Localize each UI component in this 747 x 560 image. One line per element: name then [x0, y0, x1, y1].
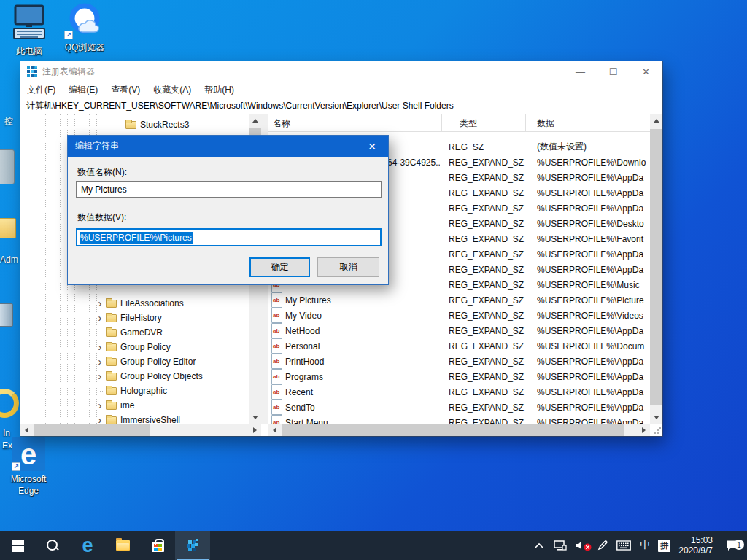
value-name-input[interactable]: My Pictures	[76, 181, 382, 198]
string-value-icon	[271, 415, 282, 424]
address-bar[interactable]: 计算机\HKEY_CURRENT_USER\SOFTWARE\Microsoft…	[20, 98, 662, 114]
this-pc-label: 此电脑	[7, 45, 51, 58]
expand-chevron-icon[interactable]: ›	[96, 299, 104, 308]
network-icon[interactable]	[552, 540, 568, 551]
value-data-input[interactable]: %USERPROFILE%\Pictures	[76, 228, 382, 246]
tree-item[interactable]: › Group Policy Editor	[20, 355, 196, 368]
desktop-icon-control-panel-label[interactable]: 控	[4, 115, 13, 128]
column-header-type[interactable]: 类型	[442, 114, 526, 132]
dialog-close-button[interactable]: ✕	[356, 136, 388, 157]
list-row[interactable]: Start MenuREG_EXPAND_SZ%USERPROFILE%\App…	[268, 415, 650, 424]
scroll-left-arrow[interactable]	[20, 424, 33, 436]
qq-browser-icon: ↗	[64, 0, 105, 39]
system-tray: 中 拼 15:03 2020/9/7 1	[531, 531, 747, 560]
desktop-icon-administrator-label[interactable]: Adm	[0, 254, 18, 265]
scroll-down-arrow[interactable]	[650, 411, 662, 424]
tree-item[interactable]: Holographic	[20, 384, 167, 397]
taskbar-edge-button[interactable]: e	[70, 531, 105, 560]
value-data-selected-text: %USERPROFILE%\Pictures	[80, 232, 193, 244]
list-row-my-pictures[interactable]: My PicturesREG_EXPAND_SZ%USERPROFILE%\Pi…	[268, 292, 650, 308]
list-row[interactable]: PersonalREG_EXPAND_SZ%USERPROFILE%\Docum	[268, 338, 650, 354]
scroll-up-arrow[interactable]	[650, 114, 662, 127]
touch-keyboard-icon[interactable]	[616, 540, 632, 551]
edge-label-line2: Edge	[1, 485, 55, 497]
resize-grip[interactable]	[654, 427, 661, 435]
scrollbar-thumb[interactable]	[650, 129, 662, 405]
tree-item[interactable]: › ImmersiveShell	[20, 413, 180, 424]
menu-view[interactable]: 查看(V)	[104, 84, 147, 96]
dialog-titlebar: 编辑字符串 ✕	[68, 136, 388, 157]
folder-icon-partial[interactable]	[0, 218, 16, 238]
expand-chevron-icon[interactable]: ›	[96, 343, 104, 351]
action-center-button[interactable]: 1	[721, 540, 743, 551]
ime-pinyin-badge[interactable]: 拼	[658, 540, 670, 552]
scroll-left-arrow[interactable]	[268, 424, 281, 436]
folder-icon	[106, 416, 117, 424]
recycle-bin-icon-partial[interactable]	[0, 149, 15, 184]
pen-ink-icon[interactable]	[595, 540, 611, 551]
taskbar-file-explorer-button[interactable]	[105, 531, 140, 560]
string-value-icon	[271, 292, 282, 308]
list-row[interactable]: RecentREG_EXPAND_SZ%USERPROFILE%\AppDa	[268, 384, 650, 400]
expand-chevron-icon[interactable]: ›	[96, 401, 104, 410]
tree-item[interactable]: › FileHistory	[20, 311, 162, 324]
list-row[interactable]: ProgramsREG_EXPAND_SZ%USERPROFILE%\AppDa	[268, 369, 650, 384]
menu-file[interactable]: 文件(F)	[20, 84, 62, 96]
tree-item[interactable]: › Group Policy	[20, 341, 171, 354]
scrollbar-thumb[interactable]	[282, 424, 624, 436]
scroll-right-arrow[interactable]	[638, 424, 650, 436]
folder-icon	[106, 402, 117, 410]
menu-edit[interactable]: 编辑(E)	[62, 84, 104, 96]
maximize-button[interactable]: ☐	[597, 61, 630, 82]
desktop-icon-qq-browser[interactable]: ↗ QQ浏览器	[61, 0, 108, 54]
list-row[interactable]: NetHoodREG_EXPAND_SZ%USERPROFILE%\AppDa	[268, 323, 650, 338]
close-button[interactable]: ✕	[630, 61, 662, 82]
expand-chevron-icon[interactable]: ›	[96, 357, 104, 366]
ime-language-indicator[interactable]: 中	[637, 539, 653, 552]
tree-item-label: StuckRects3	[140, 120, 189, 130]
search-button[interactable]	[35, 531, 70, 560]
expand-chevron-icon[interactable]: ›	[96, 372, 104, 381]
desktop-icon-microsoft-edge[interactable]: e ↗ Microsoft Edge	[1, 438, 55, 497]
list-row[interactable]: SendToREG_EXPAND_SZ%USERPROFILE%\AppDa	[268, 400, 650, 415]
column-header-name[interactable]: 名称	[268, 114, 442, 132]
expand-chevron-icon[interactable]: ›	[96, 314, 104, 322]
scrollbar-thumb[interactable]	[34, 424, 150, 436]
tree-item[interactable]: › ime	[20, 399, 134, 412]
start-button[interactable]	[0, 531, 35, 560]
ok-button[interactable]: 确定	[249, 257, 310, 277]
tree-connector	[115, 125, 124, 125]
tray-chevron-up-icon[interactable]	[531, 542, 547, 548]
minimize-button[interactable]: —	[564, 61, 597, 82]
tree-item-label: GameDVR	[120, 327, 163, 338]
scroll-right-arrow[interactable]	[249, 424, 261, 436]
internet-explorer-icon-partial[interactable]	[0, 389, 19, 418]
cancel-button[interactable]: 取消	[317, 257, 379, 277]
taskbar-store-button[interactable]	[140, 531, 175, 560]
file-explorer-icon	[116, 540, 130, 551]
menu-favorites[interactable]: 收藏夹(A)	[147, 84, 198, 96]
string-value-icon	[271, 400, 282, 415]
registry-app-icon	[185, 537, 201, 553]
column-header-data[interactable]: 数据	[526, 114, 650, 132]
scroll-up-arrow[interactable]	[249, 114, 261, 127]
list-row[interactable]: My VideoREG_EXPAND_SZ%USERPROFILE%\Video…	[268, 308, 650, 323]
list-vertical-scrollbar[interactable]	[650, 114, 662, 424]
expand-chevron-icon[interactable]: ›	[96, 416, 104, 424]
list-horizontal-scrollbar[interactable]	[268, 424, 650, 436]
tree-item[interactable]: GameDVR	[20, 326, 163, 339]
tree-item[interactable]: › Group Policy Objects	[20, 370, 203, 383]
menu-help[interactable]: 帮助(H)	[198, 84, 241, 96]
registry-path: 计算机\HKEY_CURRENT_USER\SOFTWARE\Microsoft…	[26, 100, 454, 112]
volume-muted-icon[interactable]	[573, 540, 589, 551]
tree-item-label: FileAssociations	[120, 298, 184, 308]
tree-item[interactable]: › FileAssociations	[20, 297, 184, 310]
tree-horizontal-scrollbar[interactable]	[20, 424, 261, 436]
tree-item[interactable]: StuckRects3	[20, 118, 189, 131]
app-icon-partial[interactable]	[0, 303, 13, 327]
taskbar-clock[interactable]: 15:03 2020/9/7	[676, 535, 716, 556]
taskbar-regedit-button-active[interactable]	[175, 531, 210, 560]
list-row[interactable]: PrintHoodREG_EXPAND_SZ%USERPROFILE%\AppD…	[268, 354, 650, 369]
scroll-down-arrow[interactable]	[249, 411, 261, 424]
desktop-icon-this-pc[interactable]: 此电脑	[7, 4, 51, 58]
